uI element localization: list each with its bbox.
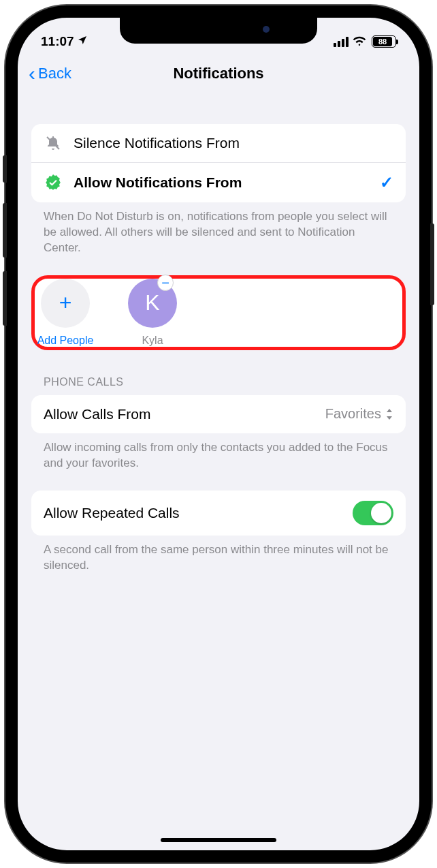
allow-repeated-calls-row: Allow Repeated Calls <box>31 491 406 536</box>
repeated-calls-footer: A second call from the same person withi… <box>31 536 406 574</box>
cellular-icon <box>334 37 349 47</box>
phone-calls-header: PHONE CALLS <box>31 350 406 395</box>
page-title: Notifications <box>18 65 419 82</box>
allow-calls-row-card: Allow Calls From Favorites <box>31 395 406 433</box>
notification-mode-group: Silence Notifications From Allow Notific… <box>31 124 406 202</box>
add-people-label: Add People <box>37 335 94 347</box>
allow-label: Allow Notifications From <box>74 174 369 191</box>
contact-item[interactable]: − K Kyla <box>122 279 183 347</box>
chevron-left-icon: ‹ <box>29 63 35 84</box>
allow-calls-footer: Allow incoming calls from only the conta… <box>31 433 406 471</box>
screen: 11:07 88 ‹ Back <box>18 18 419 850</box>
allow-calls-from-row[interactable]: Allow Calls From Favorites <box>31 395 406 433</box>
back-label: Back <box>38 65 71 82</box>
checkmark-seal-icon <box>44 174 63 191</box>
nav-bar: ‹ Back Notifications <box>18 56 419 91</box>
add-people-button[interactable]: + Add People <box>35 279 96 347</box>
allow-calls-label: Allow Calls From <box>44 406 314 422</box>
allowed-people-card: + Add People − K Kyla <box>31 275 406 350</box>
repeated-calls-label: Allow Repeated Calls <box>44 505 342 521</box>
remove-contact-button[interactable]: − <box>157 275 174 291</box>
mode-footer: When Do Not Disturb is on, notifications… <box>31 202 406 256</box>
home-indicator[interactable] <box>161 838 276 842</box>
wifi-icon <box>353 34 366 49</box>
contact-name: Kyla <box>142 335 163 347</box>
notch <box>120 18 317 44</box>
battery-percent: 88 <box>373 37 392 46</box>
checkmark-icon: ✓ <box>380 173 393 192</box>
bell-slash-icon <box>44 135 63 151</box>
repeated-calls-toggle[interactable] <box>353 501 393 525</box>
status-time: 11:07 <box>41 34 74 49</box>
location-icon <box>77 34 88 49</box>
battery-icon: 88 <box>372 35 396 48</box>
silence-label: Silence Notifications From <box>74 135 393 151</box>
allow-calls-value: Favorites <box>325 406 381 422</box>
back-button[interactable]: ‹ Back <box>29 63 71 84</box>
chevron-up-down-icon <box>385 408 393 420</box>
repeated-calls-card: Allow Repeated Calls <box>31 491 406 536</box>
allow-option[interactable]: Allow Notifications From ✓ <box>31 162 406 202</box>
silence-option[interactable]: Silence Notifications From <box>31 124 406 162</box>
phone-frame: 11:07 88 ‹ Back <box>5 5 432 863</box>
plus-icon: + <box>41 279 90 328</box>
